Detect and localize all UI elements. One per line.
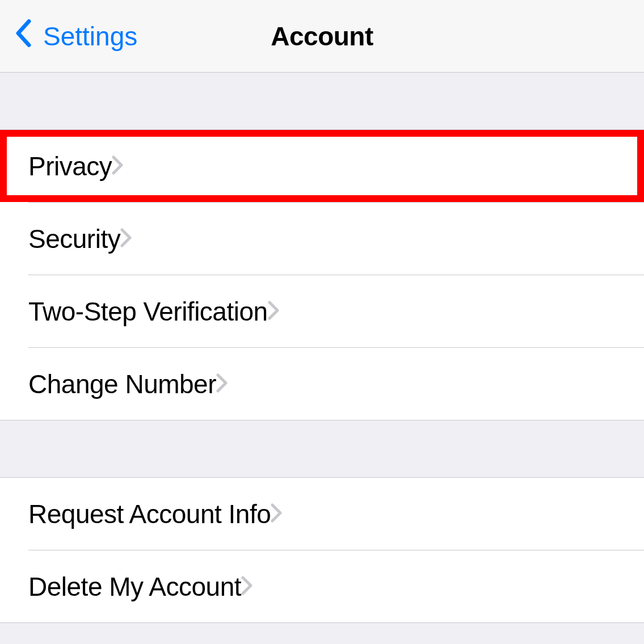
list-item-security[interactable]: Security [0, 203, 644, 275]
list-item-delete-my-account[interactable]: Delete My Account [0, 550, 644, 622]
page-title: Account [271, 21, 373, 52]
chevron-right-icon [216, 373, 228, 395]
list-item-two-step-verification[interactable]: Two-Step Verification [0, 275, 644, 347]
list-item-privacy[interactable]: Privacy [0, 130, 644, 202]
list-group-2: Request Account Info Delete My Account [0, 477, 644, 623]
chevron-right-icon [271, 503, 282, 525]
list-group-1: Privacy Security Two-Step Verification C… [0, 129, 644, 420]
back-chevron-icon [15, 19, 43, 53]
list-item-label: Security [28, 224, 120, 254]
list-item-request-account-info[interactable]: Request Account Info [0, 478, 644, 550]
back-button[interactable]: Settings [15, 19, 137, 53]
back-label: Settings [43, 21, 137, 52]
list-item-label: Delete My Account [28, 571, 241, 602]
list-item-label: Two-Step Verification [28, 296, 268, 327]
list-item-label: Privacy [28, 151, 112, 182]
chevron-right-icon [120, 228, 132, 250]
section-gap [0, 420, 644, 477]
list-item-change-number[interactable]: Change Number [0, 348, 644, 420]
chevron-right-icon [241, 576, 252, 597]
chevron-right-icon [268, 301, 279, 322]
section-gap [0, 73, 644, 129]
list-item-label: Change Number [28, 369, 216, 399]
navigation-bar: Settings Account [0, 0, 644, 73]
chevron-right-icon [112, 155, 123, 177]
list-item-label: Request Account Info [28, 499, 271, 529]
